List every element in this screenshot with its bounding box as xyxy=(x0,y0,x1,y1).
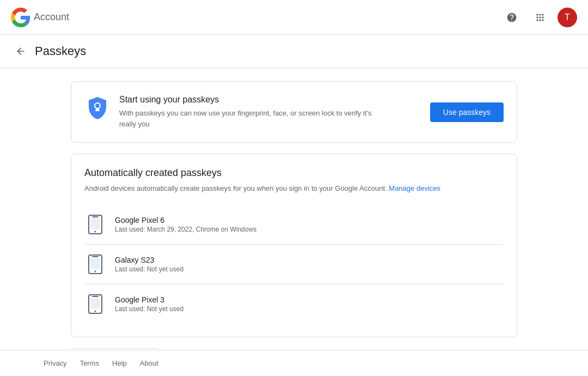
promo-description: With passkeys you can now use your finge… xyxy=(119,108,381,129)
phone-icon xyxy=(88,215,103,234)
device-last-used: Last used: Not yet used xyxy=(115,265,183,273)
svg-rect-3 xyxy=(90,219,100,229)
header-left: Account xyxy=(11,8,69,27)
footer-privacy-link[interactable]: Privacy xyxy=(44,359,67,367)
auto-created-subtitle: Android devices automatically create pas… xyxy=(84,183,504,194)
device-list: Google Pixel 6 Last used: March 29, 2022… xyxy=(84,205,504,324)
svg-point-6 xyxy=(95,270,96,272)
promo-text: Start using your passkeys With passkeys … xyxy=(119,95,381,129)
apps-icon xyxy=(535,12,546,23)
device-item: Google Pixel 6 Last used: March 29, 2022… xyxy=(84,205,504,244)
device-name: Galaxy S23 xyxy=(115,256,183,264)
use-passkeys-button[interactable]: Use passkeys xyxy=(430,102,504,122)
promo-title: Start using your passkeys xyxy=(119,95,381,105)
svg-rect-5 xyxy=(92,256,99,257)
device-info-pixel6: Google Pixel 6 Last used: March 29, 2022… xyxy=(115,216,256,233)
header-right: T xyxy=(501,7,577,28)
main-content: Start using your passkeys With passkeys … xyxy=(27,68,561,376)
avatar-initial: T xyxy=(565,13,570,22)
header: Account T xyxy=(0,0,588,35)
device-info-s23: Galaxy S23 Last used: Not yet used xyxy=(115,256,183,273)
shield-key-icon xyxy=(84,95,111,121)
back-button[interactable] xyxy=(13,44,28,59)
back-arrow-icon xyxy=(15,46,26,57)
device-item: Google Pixel 3 Last used: Not yet used xyxy=(84,284,504,324)
promo-card-left: Start using your passkeys With passkeys … xyxy=(84,95,381,129)
device-icon-pixel6 xyxy=(84,214,106,235)
avatar-button[interactable]: T xyxy=(558,8,577,27)
footer-help-link[interactable]: Help xyxy=(112,359,127,367)
auto-created-card: Automatically created passkeys Android d… xyxy=(71,154,517,337)
device-icon-pixel3 xyxy=(84,293,106,315)
footer-terms-link[interactable]: Terms xyxy=(80,359,99,367)
svg-rect-1 xyxy=(92,216,99,217)
device-item: Galaxy S23 Last used: Not yet used xyxy=(84,244,504,284)
footer-about-link[interactable]: About xyxy=(140,359,158,367)
svg-rect-7 xyxy=(90,258,100,269)
svg-rect-9 xyxy=(92,296,99,297)
help-icon xyxy=(506,12,517,23)
auto-created-title: Automatically created passkeys xyxy=(84,167,504,179)
svg-point-2 xyxy=(95,231,96,232)
device-info-pixel3: Google Pixel 3 Last used: Not yet used xyxy=(115,295,183,313)
page-title: Passkeys xyxy=(35,44,86,58)
device-name: Google Pixel 3 xyxy=(115,295,183,304)
svg-point-10 xyxy=(95,310,96,312)
phone-icon xyxy=(88,294,103,314)
device-name: Google Pixel 6 xyxy=(115,216,256,225)
footer: Privacy Terms Help About xyxy=(0,350,588,376)
google-logo: Account xyxy=(11,8,69,27)
phone-icon xyxy=(88,254,103,274)
promo-card: Start using your passkeys With passkeys … xyxy=(71,81,517,143)
device-icon-s23 xyxy=(84,253,106,275)
apps-button[interactable] xyxy=(529,7,551,28)
google-icon xyxy=(11,8,30,27)
header-account-text: Account xyxy=(34,11,69,23)
page-title-bar: Passkeys xyxy=(0,35,588,68)
svg-rect-11 xyxy=(90,298,100,309)
manage-devices-link[interactable]: Manage devices xyxy=(389,184,440,192)
help-button[interactable] xyxy=(501,7,523,28)
device-last-used: Last used: Not yet used xyxy=(115,305,183,313)
device-last-used: Last used: March 29, 2022, Chrome on Win… xyxy=(115,226,256,233)
